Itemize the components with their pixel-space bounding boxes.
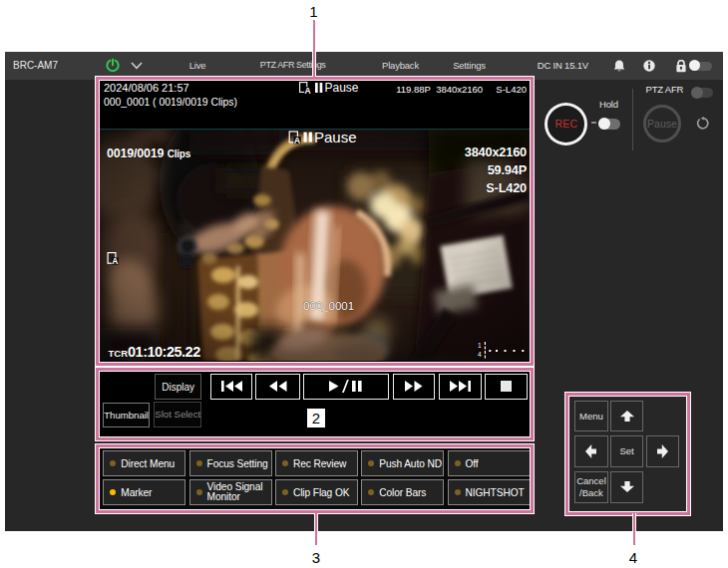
- svg-text:3840x2160: 3840x2160: [465, 144, 527, 159]
- svg-text:A: A: [294, 136, 301, 145]
- svg-text:0019/0019Clips: 0019/0019Clips: [107, 146, 191, 160]
- svg-text:000_0001: 000_0001: [303, 300, 354, 312]
- svg-text:S-L420: S-L420: [486, 180, 527, 195]
- svg-text:A: A: [305, 86, 311, 94]
- svg-text:4: 4: [478, 351, 482, 358]
- svg-text:Pause: Pause: [314, 129, 357, 145]
- svg-text:A: A: [112, 256, 118, 266]
- svg-text:1: 1: [478, 342, 482, 349]
- svg-text:59.94P: 59.94P: [488, 162, 528, 177]
